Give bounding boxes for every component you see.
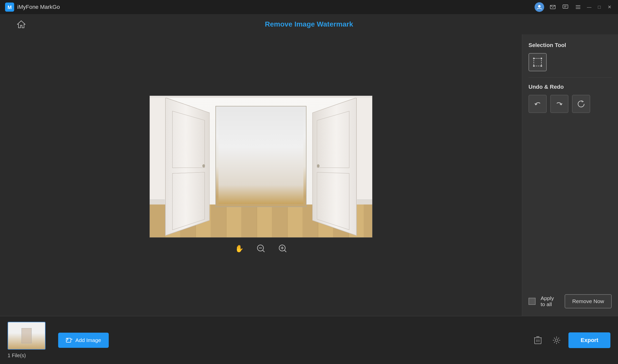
svg-text:M: M [8, 5, 12, 10]
apply-to-all-label: Apply to all [541, 295, 560, 307]
file-count: 1 File(s) [8, 353, 46, 358]
titlebar-icons [535, 2, 582, 12]
svg-point-20 [541, 58, 542, 59]
undo-button[interactable] [528, 95, 547, 113]
remove-now-button[interactable]: Remove Now [565, 294, 612, 308]
room-image [150, 96, 372, 237]
header-bar: Remove Image Watermark [0, 14, 618, 34]
main-content: ✋ Selection Tool [0, 34, 618, 316]
menu-icon[interactable] [574, 3, 582, 11]
selection-tool-button[interactable] [528, 53, 547, 71]
undo-redo-buttons [528, 95, 612, 113]
svg-point-34 [555, 339, 558, 342]
undo-redo-title: Undo & Redo [528, 84, 612, 90]
undo-redo-section: Undo & Redo [528, 84, 612, 113]
image-thumbnail[interactable] [8, 322, 46, 350]
mail-icon[interactable] [549, 3, 557, 11]
page-title: Remove Image Watermark [265, 20, 353, 28]
refresh-button[interactable] [572, 95, 590, 113]
svg-line-17 [284, 250, 286, 252]
settings-button[interactable] [550, 333, 563, 347]
chat-icon[interactable] [561, 3, 569, 11]
minimize-button[interactable]: — [586, 4, 593, 11]
panel-bottom: Apply to all Remove Now [528, 289, 612, 308]
right-panel: Selection Tool Undo & Redo [522, 34, 618, 316]
maximize-button[interactable]: □ [596, 4, 603, 11]
thumbnail-container: 1 File(s) [8, 322, 46, 358]
svg-point-2 [538, 5, 541, 8]
add-image-container: Add Image [58, 333, 109, 348]
svg-point-21 [533, 65, 535, 67]
pan-tool-button[interactable]: ✋ [233, 242, 246, 255]
titlebar: M iMyFone MarkGo [0, 0, 618, 14]
window-controls: — □ ✕ [586, 4, 613, 11]
export-button[interactable]: Export [568, 332, 610, 348]
svg-line-13 [263, 250, 264, 252]
svg-point-19 [533, 58, 535, 59]
apply-to-all-checkbox[interactable] [528, 298, 536, 305]
redo-button[interactable] [550, 95, 568, 113]
svg-point-25 [67, 338, 68, 339]
selection-tool-section: Selection Tool [528, 42, 612, 71]
delete-button[interactable] [531, 333, 545, 347]
svg-rect-4 [563, 5, 568, 8]
add-image-label: Add Image [75, 337, 101, 343]
svg-rect-18 [534, 58, 541, 66]
add-image-button[interactable]: Add Image [58, 333, 109, 348]
bottom-right: Export [531, 332, 610, 348]
zoom-out-button[interactable] [255, 242, 267, 255]
image-area: ✋ [0, 34, 522, 316]
svg-rect-23 [66, 338, 71, 342]
svg-point-22 [541, 65, 542, 67]
home-button[interactable] [15, 18, 27, 30]
app-logo: M [5, 3, 14, 12]
zoom-in-button[interactable] [276, 242, 289, 255]
divider-1 [528, 77, 612, 78]
close-button[interactable]: ✕ [606, 4, 613, 11]
selection-tool-title: Selection Tool [528, 42, 612, 49]
user-icon[interactable] [535, 2, 544, 12]
image-container [149, 96, 372, 238]
svg-marker-10 [17, 21, 25, 28]
app-title: iMyFone MarkGo [17, 4, 535, 10]
bottom-strip: 1 File(s) Add Image [0, 316, 618, 364]
image-toolbar: ✋ [233, 242, 289, 255]
